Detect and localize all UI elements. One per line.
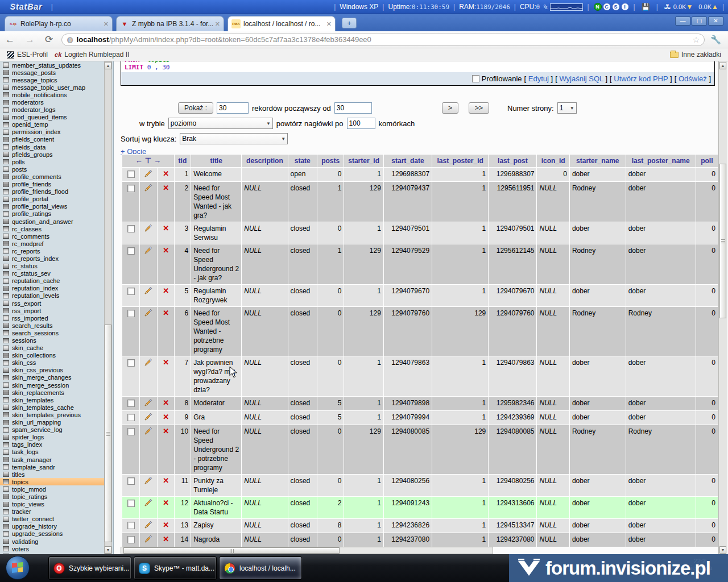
maximize-button[interactable]: ▢ bbox=[692, 16, 707, 26]
sidebar-table-item[interactable]: openid_temp bbox=[0, 121, 105, 128]
column-header-poll[interactable]: poll bbox=[696, 155, 718, 168]
reload-icon[interactable]: ⟳ bbox=[45, 34, 53, 45]
sidebar-table-item[interactable]: profile_friends_flood bbox=[0, 188, 105, 196]
sidebar-table-item[interactable]: twitter_connect bbox=[0, 516, 105, 523]
sidebar-table-item[interactable]: template_sandr bbox=[0, 463, 105, 471]
other-bookmarks[interactable]: Inne zakładki bbox=[670, 51, 721, 59]
column-header-tid[interactable]: tid bbox=[174, 155, 191, 168]
edit-pencil-icon[interactable] bbox=[144, 478, 152, 486]
sidebar-table-item[interactable]: reputation_levels bbox=[0, 292, 105, 300]
edit-pencil-icon[interactable] bbox=[144, 400, 152, 408]
row-checkbox[interactable] bbox=[127, 225, 135, 232]
row-checkbox[interactable] bbox=[127, 500, 135, 507]
sidebar-table-item[interactable]: profile_portal bbox=[0, 196, 105, 203]
sidebar-table-item[interactable]: sessions bbox=[0, 336, 105, 344]
sidebar-table-item[interactable]: posts bbox=[0, 165, 105, 173]
start-record-input[interactable]: 30 bbox=[334, 102, 372, 114]
sidebar-table-item[interactable]: skin_replacements bbox=[0, 389, 105, 396]
horizontal-scrollbar[interactable] bbox=[121, 547, 493, 554]
row-checkbox[interactable] bbox=[127, 359, 135, 367]
profiling-link[interactable]: Wyjaśnij SQL bbox=[559, 74, 603, 83]
delete-x-icon[interactable]: ✕ bbox=[163, 413, 169, 421]
sidebar-table-item[interactable]: reputation_cache bbox=[0, 277, 105, 285]
sidebar-table-item[interactable]: voters bbox=[0, 545, 105, 552]
taskbar-app-button[interactable]: localhost / localh... bbox=[219, 556, 302, 580]
sidebar-table-item[interactable]: mod_queued_items bbox=[0, 114, 105, 121]
column-header-last_post[interactable]: last_post bbox=[489, 155, 537, 168]
sidebar-table-item[interactable]: skin_cache bbox=[0, 344, 105, 352]
row-checkbox[interactable] bbox=[127, 522, 135, 529]
sidebar-table-item[interactable]: reputation_index bbox=[0, 285, 105, 292]
browser-tab[interactable]: ▼ Z mybb na IPB 3.1.4 - for... ✕ bbox=[116, 16, 224, 31]
sidebar-table-item[interactable]: mobile_notifications bbox=[0, 91, 105, 98]
delete-x-icon[interactable]: ✕ bbox=[163, 286, 169, 295]
column-header-starter_name[interactable]: starter_name bbox=[569, 155, 626, 168]
page-number-select[interactable]: 1▼ bbox=[557, 102, 577, 114]
sidebar-table-item[interactable]: skin_url_mapping bbox=[0, 419, 105, 426]
sidebar-table-item[interactable]: rss_import bbox=[0, 307, 105, 314]
sidebar-table-item[interactable]: pfields_content bbox=[0, 136, 105, 143]
sidebar-table-item[interactable]: polls bbox=[0, 158, 105, 165]
scroll-up-icon[interactable]: ▲ bbox=[719, 62, 726, 69]
row-checkbox[interactable] bbox=[127, 310, 135, 317]
status-icon-n[interactable]: N bbox=[594, 3, 602, 11]
row-checkbox[interactable] bbox=[127, 428, 135, 435]
last-page-button[interactable]: >> bbox=[469, 102, 489, 114]
sidebar-table-item[interactable]: task_logs bbox=[0, 448, 105, 456]
browser-tab[interactable]: PMA localhost / localhost / ro... ✕ bbox=[228, 16, 336, 31]
sidebar-scroll-thumb[interactable] bbox=[105, 325, 111, 542]
browser-tab[interactable]: h-rp RolePlay h-rp.co ✕ bbox=[5, 16, 113, 31]
sidebar-table-item[interactable]: rc_classes bbox=[0, 225, 105, 232]
scroll-up-icon[interactable]: ▲ bbox=[105, 62, 111, 69]
sidebar-table-item[interactable]: skin_templates_cache bbox=[0, 404, 105, 411]
delete-x-icon[interactable]: ✕ bbox=[163, 246, 169, 255]
delete-x-icon[interactable]: ✕ bbox=[163, 476, 169, 485]
edit-pencil-icon[interactable] bbox=[144, 226, 152, 234]
sidebar-table-item[interactable]: skin_templates bbox=[0, 396, 105, 404]
sidebar-table-item[interactable]: validating bbox=[0, 538, 105, 545]
sidebar-table-item[interactable]: rc_status_sev bbox=[0, 270, 105, 277]
mode-select[interactable]: poziomo▼ bbox=[168, 118, 273, 129]
sidebar-table-item[interactable]: pfields_groups bbox=[0, 151, 105, 158]
delete-x-icon[interactable]: ✕ bbox=[163, 224, 169, 232]
sidebar-table-item[interactable]: skin_merge_session bbox=[0, 381, 105, 389]
address-bar[interactable]: ◍ localhost /phpMyAdmin/index.php?db=roo… bbox=[61, 34, 705, 46]
row-checkbox[interactable] bbox=[127, 185, 135, 192]
tab-close-icon[interactable]: ✕ bbox=[326, 20, 332, 28]
edit-pencil-icon[interactable] bbox=[144, 537, 152, 544]
horizontal-scroll-thumb[interactable] bbox=[123, 547, 340, 554]
sidebar-table-item[interactable]: message_topic_user_map bbox=[0, 84, 105, 91]
row-checkbox[interactable] bbox=[127, 247, 135, 255]
delete-x-icon[interactable]: ✕ bbox=[163, 427, 169, 435]
sidebar-table-item[interactable]: search_results bbox=[0, 322, 105, 329]
sidebar-table-item[interactable]: message_posts bbox=[0, 69, 105, 76]
delete-x-icon[interactable]: ✕ bbox=[163, 184, 169, 192]
status-icon-c[interactable]: C bbox=[603, 3, 611, 11]
column-header-state[interactable]: state bbox=[288, 155, 317, 168]
edit-pencil-icon[interactable] bbox=[144, 360, 152, 368]
sidebar-table-item[interactable]: tags_index bbox=[0, 441, 105, 448]
tab-close-icon[interactable]: ✕ bbox=[104, 20, 109, 28]
delete-x-icon[interactable]: ✕ bbox=[163, 535, 169, 543]
show-button[interactable]: Pokaż : bbox=[178, 102, 213, 114]
column-move-controls[interactable]: ←⊤→ bbox=[122, 155, 175, 168]
sidebar-table-item[interactable]: rc_reports bbox=[0, 247, 105, 255]
delete-x-icon[interactable]: ✕ bbox=[163, 398, 169, 407]
sidebar-table-item[interactable]: topic_mmod bbox=[0, 485, 105, 493]
sidebar-table-item[interactable]: skin_collections bbox=[0, 352, 105, 359]
row-checkbox[interactable] bbox=[127, 536, 135, 543]
main-scroll-thumb[interactable] bbox=[719, 164, 726, 318]
column-header-description[interactable]: description bbox=[242, 155, 288, 168]
tab-close-icon[interactable]: ✕ bbox=[215, 20, 220, 28]
column-header-title[interactable]: title bbox=[191, 155, 242, 168]
edit-pencil-icon[interactable] bbox=[144, 171, 152, 179]
sidebar-table-item[interactable]: spam_service_log bbox=[0, 426, 105, 434]
sidebar-table-item[interactable]: topic_views bbox=[0, 501, 105, 508]
sidebar-table-item[interactable]: upgrade_history bbox=[0, 523, 105, 530]
sidebar-table-item[interactable]: skin_css_previous bbox=[0, 367, 105, 374]
new-tab-button[interactable]: + bbox=[342, 18, 357, 28]
column-header-starter_id[interactable]: starter_id bbox=[344, 155, 384, 168]
profiling-link[interactable]: Utwórz kod PHP bbox=[614, 74, 668, 83]
row-count-input[interactable]: 30 bbox=[217, 102, 249, 114]
row-checkbox[interactable] bbox=[127, 414, 135, 421]
